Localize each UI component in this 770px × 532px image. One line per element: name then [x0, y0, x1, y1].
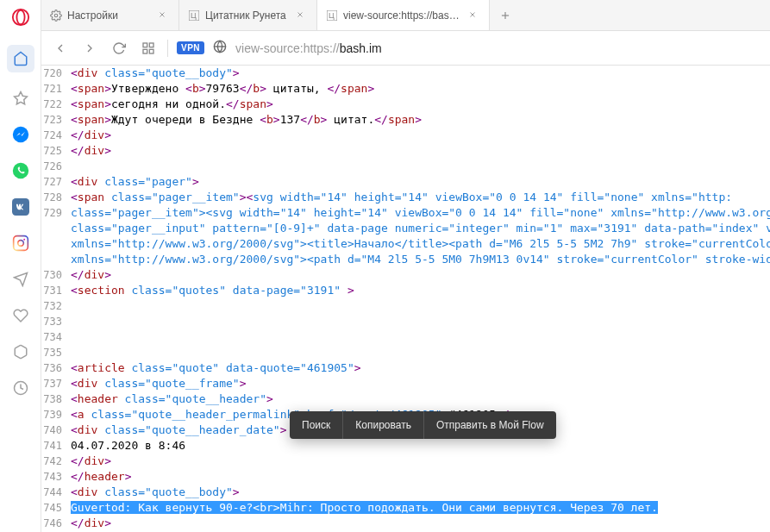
source-line: xmlns="http://www.w3.org/2000/svg"><path… [41, 252, 770, 267]
tab-label: view-source:https://bash.im [343, 9, 463, 22]
svg-point-8 [23, 239, 25, 241]
source-line: 722 <span>cегодня ни одной.</span> [41, 97, 770, 112]
messenger-icon[interactable] [10, 124, 31, 145]
svg-rect-23 [143, 43, 147, 47]
source-line: 733 [41, 314, 770, 329]
speed-dial-button[interactable] [138, 38, 159, 59]
svg-point-10 [54, 14, 58, 17]
source-line: 744 <div class="quote__body"> [41, 485, 770, 500]
main: Настройки Ц Цитатник Рунета Ц view-sourc… [41, 0, 770, 532]
ctx-search[interactable]: Поиск [290, 411, 343, 439]
source-line: 723 <span>Ждут очереди в Бездне <b>137</… [41, 112, 770, 128]
source-line: 736<article class="quote" data-quote="46… [41, 360, 770, 376]
tab-label: Цитатник Рунета [205, 9, 291, 22]
bash-favicon: Ц [326, 9, 338, 22]
source-line: 741 04.07.2020 в 8:46 [41, 438, 770, 454]
tab-bar: Настройки Ц Цитатник Рунета Ц view-sourc… [41, 0, 770, 31]
reload-button[interactable] [109, 38, 129, 59]
svg-rect-26 [149, 49, 153, 53]
close-icon[interactable] [296, 9, 308, 22]
whatsapp-icon[interactable] [10, 160, 31, 181]
source-line: 726 [41, 159, 770, 174]
source-viewer[interactable]: 720 <div class="quote__body">721 <span>У… [41, 66, 770, 532]
vpn-badge[interactable]: VPN [177, 41, 204, 54]
svg-point-1 [16, 10, 24, 25]
source-line: 727 <div class="pager"> [41, 174, 770, 190]
source-line: 720 <div class="quote__body"> [41, 66, 770, 81]
heart-icon[interactable] [10, 305, 31, 326]
source-line: 737 <div class="quote__frame"> [41, 376, 770, 391]
vk-icon[interactable] [10, 197, 31, 217]
globe-icon [213, 40, 227, 56]
tab-viewsource[interactable]: Ц view-source:https://bash.im [317, 0, 490, 30]
forward-button[interactable] [79, 38, 100, 59]
svg-rect-25 [143, 49, 147, 53]
send-icon[interactable] [10, 269, 31, 290]
source-line: 732 [41, 298, 770, 314]
source-line: 745 Guvertod: Как вернуть 90-е?<br>Mihr:… [41, 500, 770, 516]
svg-rect-6 [13, 236, 28, 251]
tab-settings[interactable]: Настройки [41, 0, 179, 30]
bash-favicon: Ц [188, 9, 200, 22]
source-line: class="pager__input" pattern="[0-9]+" da… [41, 221, 770, 236]
star-icon[interactable] [10, 88, 31, 109]
source-line: 725</div> [41, 143, 770, 159]
source-line: 730 </div> [41, 267, 770, 283]
source-line: 724 </div> [41, 128, 770, 143]
source-line: 734 [41, 329, 770, 345]
svg-point-3 [12, 127, 28, 142]
source-line: 721 <span>Утверждено <b>79763</b> цитаты… [41, 81, 770, 97]
sidebar [0, 0, 41, 532]
address-bar[interactable]: view-source:https://bash.im [235, 41, 761, 55]
svg-point-7 [17, 241, 23, 247]
cube-icon[interactable] [10, 341, 31, 362]
source-line: 746 </div> [41, 516, 770, 531]
source-line: 735 [41, 345, 770, 360]
svg-point-4 [12, 163, 28, 178]
home-icon[interactable] [7, 45, 34, 72]
source-line: 743 </header> [41, 469, 770, 485]
gear-icon [50, 9, 62, 22]
instagram-icon[interactable] [10, 233, 31, 253]
svg-marker-2 [14, 92, 27, 104]
source-line: 729class="pager__item"><svg width="14" h… [41, 205, 770, 221]
new-tab-button[interactable] [490, 0, 521, 30]
ctx-flow[interactable]: Отправить в Мой Flow [424, 411, 556, 439]
source-line: 731<section class="quotes" data-page="31… [41, 283, 770, 298]
tab-label: Настройки [67, 9, 153, 22]
source-line: 738 <header class="quote__header"> [41, 391, 770, 407]
clock-icon[interactable] [10, 378, 31, 398]
close-icon[interactable] [158, 9, 170, 22]
svg-point-0 [12, 9, 28, 25]
tab-bash[interactable]: Ц Цитатник Рунета [179, 0, 317, 30]
context-menu: ПоискКопироватьОтправить в Мой Flow [290, 411, 556, 439]
toolbar: VPN view-source:https://bash.im [41, 31, 770, 66]
source-line: 742 </div> [41, 454, 770, 469]
source-line: xmlns="http://www.w3.org/2000/svg"><titl… [41, 236, 770, 252]
svg-text:Ц: Ц [191, 11, 197, 20]
svg-text:Ц: Ц [329, 11, 335, 20]
source-line: 728 <span class="pager__item"><svg width… [41, 190, 770, 205]
close-icon[interactable] [468, 9, 480, 22]
ctx-copy[interactable]: Копировать [343, 411, 424, 439]
opera-logo-icon[interactable] [9, 5, 33, 29]
back-button[interactable] [50, 38, 71, 59]
svg-rect-24 [149, 43, 153, 47]
